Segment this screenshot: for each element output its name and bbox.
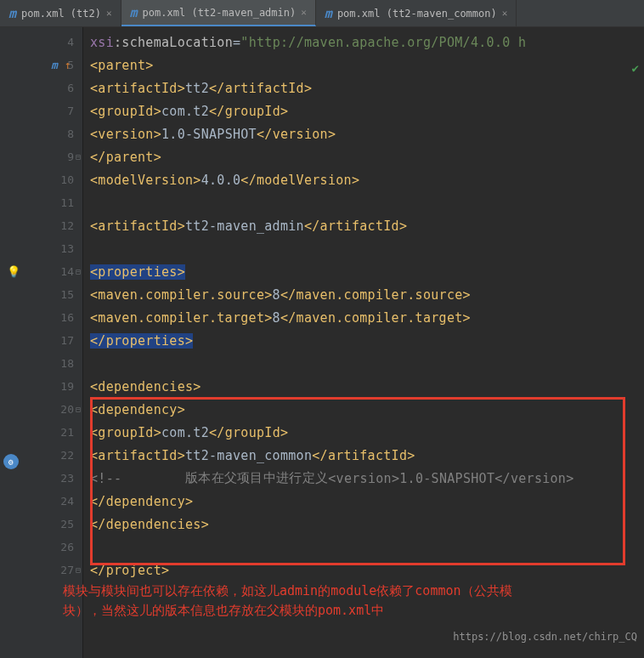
line-number[interactable]: 10 <box>25 168 82 191</box>
line-number[interactable]: 25 <box>25 513 82 536</box>
tab-label: pom.xml (tt2) <box>21 8 101 20</box>
line-number[interactable]: 26 <box>25 536 82 559</box>
line-number[interactable]: 24 <box>25 490 82 513</box>
close-icon[interactable]: ✕ <box>502 8 508 19</box>
line-number[interactable]: 💡14⊟ <box>25 260 82 283</box>
tab-label: pom.xml (tt2-maven_common) <box>337 8 497 20</box>
line-number[interactable]: 27⊟ <box>25 559 82 581</box>
line-number[interactable]: 13 <box>25 237 82 260</box>
tab-pom-tt2[interactable]: m pom.xml (tt2) ✕ <box>0 0 121 26</box>
gear-icon[interactable]: ⚙ <box>3 454 19 469</box>
check-icon: ✔ <box>632 61 639 75</box>
line-number[interactable]: 19 <box>25 375 82 398</box>
line-number[interactable]: 4 <box>25 31 82 54</box>
line-number[interactable]: 15 <box>25 283 82 306</box>
bulb-icon[interactable]: 💡 <box>7 265 20 278</box>
line-number[interactable]: 23 <box>25 467 82 490</box>
line-number[interactable]: 9⊟ <box>25 145 82 168</box>
code-content[interactable]: xsi:schemaLocation="http://maven.apache.… <box>83 27 644 658</box>
tab-pom-common[interactable]: m pom.xml (tt2-maven_common) ✕ <box>316 0 517 26</box>
line-number[interactable]: 12 <box>25 214 82 237</box>
tab-label: pom.xml (tt2-maven_admin) <box>143 7 297 19</box>
fold-icon[interactable]: ⊟ <box>76 152 81 162</box>
line-number[interactable]: 21 <box>25 421 82 444</box>
annotation-text: 模块与模块间也可以存在依赖，如这儿admin的module依赖了common（公… <box>63 581 581 620</box>
fold-icon[interactable]: ⊟ <box>76 267 81 276</box>
editor: ⚙ 4 m↑5 6 7 8 9⊟ 10 11 12 13 💡14⊟ 15 16 … <box>0 27 644 658</box>
maven-icon: m <box>8 6 16 21</box>
line-number[interactable]: 20⊟ <box>25 398 82 421</box>
maven-icon: m <box>325 6 332 21</box>
maven-icon: m <box>51 59 58 71</box>
fold-icon[interactable]: ⊟ <box>76 405 81 414</box>
editor-tabs: m pom.xml (tt2) ✕ m pom.xml (tt2-maven_a… <box>0 0 644 27</box>
annotation-gutter: ⚙ <box>0 27 25 658</box>
close-icon[interactable]: ✕ <box>301 7 307 18</box>
line-number[interactable]: m↑5 <box>25 54 82 77</box>
line-number[interactable]: 22 <box>25 444 82 467</box>
line-number[interactable]: 7 <box>25 99 82 122</box>
line-gutter: 4 m↑5 6 7 8 9⊟ 10 11 12 13 💡14⊟ 15 16 17… <box>25 27 83 658</box>
maven-icon: m <box>130 5 138 20</box>
watermark: https://blog.csdn.net/chirp_CQ <box>453 631 637 643</box>
line-number[interactable]: 17 <box>25 329 82 352</box>
tab-pom-admin[interactable]: m pom.xml (tt2-maven_admin) ✕ <box>121 0 316 26</box>
line-number[interactable]: 16 <box>25 306 82 329</box>
close-icon[interactable]: ✕ <box>106 8 112 19</box>
line-number[interactable]: 18 <box>25 352 82 375</box>
line-number[interactable]: 8 <box>25 122 82 145</box>
fold-icon[interactable]: ⊟ <box>76 565 81 575</box>
line-number[interactable]: 11 <box>25 191 82 214</box>
line-number[interactable]: 6 <box>25 77 82 99</box>
